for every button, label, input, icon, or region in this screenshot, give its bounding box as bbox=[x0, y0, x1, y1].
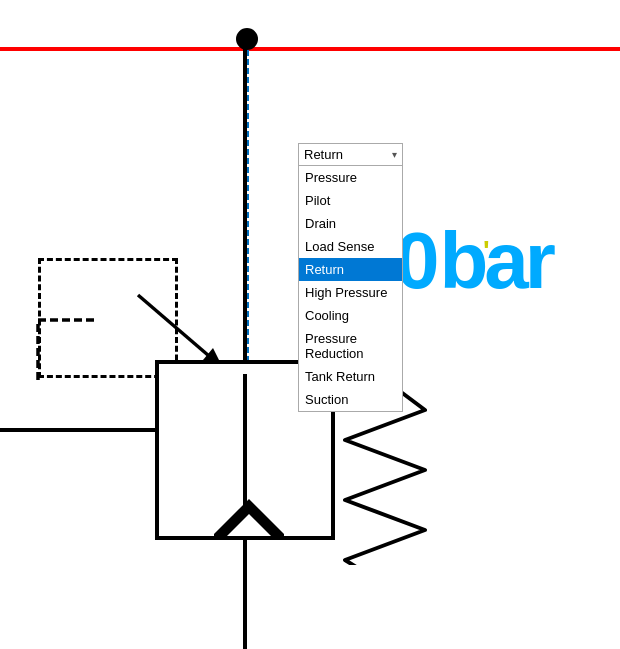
dropdown-item[interactable]: High Pressure bbox=[299, 281, 402, 304]
dropdown-item[interactable]: Cooling bbox=[299, 304, 402, 327]
dropdown-item[interactable]: Tank Return bbox=[299, 365, 402, 388]
junction-circle bbox=[236, 28, 258, 50]
dropdown-header[interactable]: Return ▾ bbox=[298, 143, 403, 166]
dropdown-item[interactable]: Suction bbox=[299, 388, 402, 411]
dropdown-item[interactable]: Load Sense bbox=[299, 235, 402, 258]
vertical-line-bottom bbox=[243, 538, 247, 649]
pressure-unit: bar bbox=[440, 216, 553, 305]
line-type-dropdown[interactable]: Return ▾ PressurePilotDrainLoad SenseRet… bbox=[298, 143, 403, 166]
dropdown-item[interactable]: Drain bbox=[299, 212, 402, 235]
dropdown-item[interactable]: Pilot bbox=[299, 189, 402, 212]
dropdown-item[interactable]: Pressure Reduction bbox=[299, 327, 402, 365]
red-line-top bbox=[0, 47, 620, 51]
dropdown-item[interactable]: Pressure bbox=[299, 166, 402, 189]
dropdown-list: PressurePilotDrainLoad SenseReturnHigh P… bbox=[298, 166, 403, 412]
vertical-line-top bbox=[243, 49, 247, 364]
horizontal-line-left bbox=[0, 428, 157, 432]
pressure-tick-mark: ' bbox=[483, 235, 490, 267]
svg-marker-5 bbox=[214, 499, 284, 536]
dropdown-item[interactable]: Return bbox=[299, 258, 402, 281]
dropdown-selected-label: Return bbox=[304, 147, 343, 162]
dropdown-chevron-icon: ▾ bbox=[392, 149, 397, 160]
pressure-value: 0bar bbox=[395, 215, 552, 307]
